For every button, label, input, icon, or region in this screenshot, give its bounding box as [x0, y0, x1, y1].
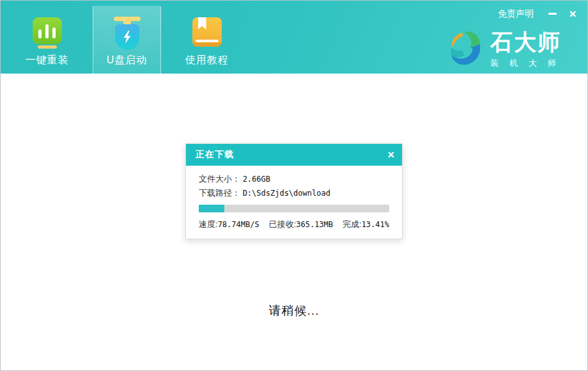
- download-dialog: 正在下载 × 文件大小： 2.66GB 下载路径： D:\SdsZjds\dow…: [185, 143, 403, 239]
- minimize-button[interactable]: [544, 6, 561, 21]
- speed-stat: 速度:78.74MB/S: [199, 219, 259, 230]
- download-path-value: D:\SdsZjds\download: [243, 189, 330, 198]
- dialog-close-icon[interactable]: ×: [387, 149, 394, 161]
- speed-label: 速度:: [199, 219, 218, 229]
- completed-stat: 完成:13.41%: [343, 219, 389, 230]
- download-path-row: 下载路径： D:\SdsZjds\download: [199, 186, 389, 200]
- file-size-label: 文件大小：: [199, 174, 240, 184]
- chart-monitor-icon: [31, 16, 63, 52]
- progress-fill: [199, 205, 224, 212]
- waiting-text: 请稍候...: [1, 303, 587, 319]
- usb-drive-icon: [111, 16, 143, 52]
- app-window: 一键重装 U盘启动: [0, 0, 588, 371]
- lightning-icon: [121, 30, 133, 44]
- minimize-icon: [548, 13, 557, 15]
- file-size-row: 文件大小： 2.66GB: [199, 172, 389, 186]
- main-content: 正在下载 × 文件大小： 2.66GB 下载路径： D:\SdsZjds\dow…: [1, 74, 587, 370]
- download-stats: 速度:78.74MB/S 已接收:365.13MB 完成:13.41%: [199, 219, 389, 230]
- progress-bar: [199, 205, 389, 212]
- dialog-title: 正在下载: [196, 149, 234, 161]
- tab-one-key-reinstall[interactable]: 一键重装: [7, 1, 87, 74]
- app-header: 一键重装 U盘启动: [1, 1, 587, 74]
- received-value: 365.13MB: [296, 220, 333, 229]
- completed-value: 13.41%: [362, 220, 389, 229]
- file-size-value: 2.66GB: [243, 175, 270, 184]
- download-path-label: 下载路径：: [199, 188, 240, 198]
- nav-tabs: 一键重装 U盘启动: [7, 1, 247, 74]
- received-label: 已接收:: [269, 219, 297, 229]
- brand-subtitle: 装机大师: [490, 58, 567, 69]
- completed-label: 完成:: [343, 219, 362, 229]
- brand-title: 石大师: [490, 30, 567, 55]
- close-button[interactable]: ×: [564, 6, 581, 21]
- book-icon: [191, 16, 223, 52]
- brand-logo-icon: [448, 30, 484, 68]
- tab-usb-boot[interactable]: U盘启动: [87, 1, 167, 74]
- dialog-header: 正在下载 ×: [186, 144, 402, 166]
- disclaimer-link[interactable]: 免责声明: [498, 8, 534, 20]
- received-stat: 已接收:365.13MB: [269, 219, 333, 230]
- speed-value: 78.74MB/S: [218, 220, 259, 229]
- tab-label: 使用教程: [185, 54, 229, 67]
- tab-label: U盘启动: [107, 54, 148, 67]
- tab-tutorial[interactable]: 使用教程: [167, 1, 247, 74]
- dialog-body: 文件大小： 2.66GB 下载路径： D:\SdsZjds\download 速…: [186, 166, 402, 239]
- tab-label: 一键重装: [26, 54, 69, 67]
- brand-logo: 石大师 装机大师: [448, 30, 567, 69]
